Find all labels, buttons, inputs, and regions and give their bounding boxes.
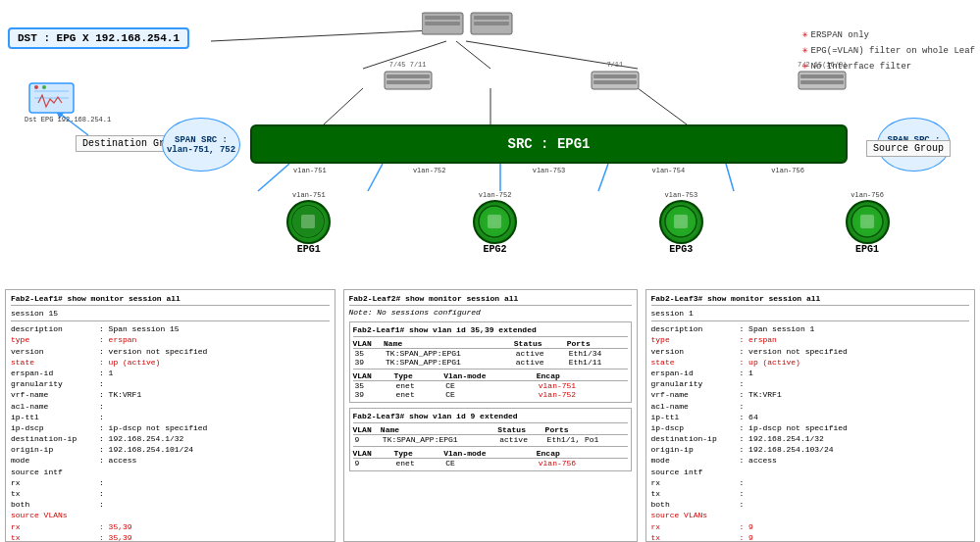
sub-panel2-type-rows: 9enetCEvlan-756 — [353, 459, 628, 468]
svg-point-17 — [34, 85, 38, 89]
epg2-svg — [478, 205, 512, 239]
right-panel-row: vrf-name: TK:VRF1 — [651, 389, 970, 400]
right-row-val: : version not specified — [740, 346, 848, 357]
spine-switches — [422, 8, 520, 42]
right-row-val: : — [740, 378, 745, 389]
sub-panel1-type-table: VLAN Type Vlan-mode Encap 35enetCEvlan-7… — [353, 371, 628, 399]
left-panel-row: tx: 35,39 — [11, 532, 330, 542]
sp2t-mode: CE — [443, 459, 537, 468]
left-row-key: version — [11, 346, 99, 357]
right-row-key: description — [651, 323, 740, 334]
left-panel-row: source intf — [11, 467, 330, 477]
left-panel-row: granularity: — [11, 378, 330, 389]
legend-text-1: ERSPAN only — [811, 28, 869, 42]
sp2t-encap: vlan-756 — [537, 459, 628, 468]
sp1-status: active — [514, 358, 567, 367]
svg-rect-26 — [387, 74, 430, 78]
left-row-val: : 192.168.254.1/32 — [99, 433, 183, 444]
leaf1-port1-label: 7/45 7/11 — [389, 61, 427, 69]
svg-line-0 — [211, 29, 451, 41]
legend-item-3: ✳ No Interface filter — [802, 59, 975, 74]
svg-rect-29 — [593, 74, 637, 78]
epg3-svg — [664, 205, 698, 239]
left-row-key: vrf-name — [11, 389, 99, 400]
epg2-label: EPG2 — [484, 244, 507, 255]
sp2-th-ports: Ports — [545, 425, 628, 435]
left-row-val: : version not specified — [99, 346, 207, 357]
epg1-icon — [286, 200, 331, 244]
right-panel-row: type: erspan — [651, 334, 970, 345]
sp2-type-divider — [353, 446, 628, 447]
dst-epg-box: DST : EPG X 192.168.254.1 — [8, 27, 189, 49]
left-session-key: session 15 — [11, 308, 99, 319]
svg-rect-33 — [800, 80, 844, 84]
epg-node-1: vlan-751 EPG1 — [286, 191, 331, 255]
right-session-key: session 1 — [651, 308, 740, 319]
left-panel-row: source VLANs — [11, 510, 330, 520]
right-row-val: : up (active) — [740, 357, 800, 368]
right-row-key: granularity — [651, 378, 740, 389]
right-panel-divider2 — [651, 320, 970, 321]
right-row-val: : 192.168.254.103/24 — [740, 444, 834, 455]
right-panel-row: rx: — [651, 477, 970, 488]
svg-rect-23 — [474, 16, 509, 20]
sp1-vlan: 35 — [353, 349, 385, 359]
sp2-status: active — [497, 435, 544, 445]
source-group-text: Source Group — [873, 143, 944, 154]
left-row-key: origin-ip — [11, 444, 99, 455]
left-panel-row: description: Span session 15 — [11, 323, 330, 334]
sp1t-encap: vlan-751 — [537, 381, 628, 391]
sub-panel1-title: Fab2-Leaf1# show vlan id 35,39 extended — [353, 325, 628, 334]
left-panel-row: version: version not specified — [11, 346, 330, 357]
right-row-val: : 9 — [740, 521, 753, 532]
sp2t-th-encap: Encap — [537, 449, 628, 459]
sub-panel2-title: Fab2-Leaf3# show vlan id 9 extended — [353, 412, 628, 420]
right-row-val: : ip-dscp not specified — [740, 422, 848, 433]
vlan-bar-labels: vlan-751 vlan-752 vlan-753 vlan-754 vlan… — [250, 167, 848, 174]
sp2-type-row: 9enetCEvlan-756 — [353, 459, 628, 468]
right-panel-row: acl-name: — [651, 401, 970, 412]
left-row-val: : — [99, 488, 104, 499]
svg-line-6 — [638, 88, 687, 124]
right-row-val: : — [740, 401, 745, 412]
left-row-key: tx — [11, 488, 99, 499]
svg-rect-38 — [488, 215, 501, 228]
right-row-key: both — [651, 499, 740, 510]
right-row-key: origin-ip — [651, 444, 740, 455]
right-session-line: session 1 — [651, 308, 970, 319]
left-row-key: both — [11, 499, 99, 510]
sp2-ports: Eth1/1, Po1 — [545, 435, 628, 445]
sp2t-th-mode: Vlan-mode — [443, 449, 537, 459]
right-row-val: : — [740, 477, 745, 488]
epg4-vlan-label: vlan-756 — [851, 191, 884, 199]
left-row-val: : — [99, 412, 104, 422]
left-panel-row: ip-dscp: ip-dscp not specified — [11, 422, 330, 433]
epg3-icon — [659, 200, 703, 244]
right-row-key: ip-dscp — [651, 422, 740, 433]
left-row-key: ip-dscp — [11, 422, 99, 433]
right-panel-row: version: version not specified — [651, 346, 970, 357]
left-row-val: : 35,39 — [99, 521, 132, 532]
left-row-key: state — [11, 357, 99, 368]
epg-node-2: vlan-752 EPG2 — [473, 191, 517, 255]
right-row-val: : 1 — [740, 368, 753, 378]
sub-panel2-type-table: VLAN Type Vlan-mode Encap 9enetCEvlan-75… — [353, 449, 628, 468]
right-row-key: state — [651, 357, 740, 368]
sp2t-th-vlan: VLAN — [353, 449, 394, 459]
left-row-key: source VLANs — [11, 510, 99, 520]
epg-node-4: vlan-756 EPG1 — [846, 191, 890, 255]
svg-rect-36 — [301, 215, 315, 228]
sub-panel2-status-table: VLAN Name Status Ports 9TK:SPAN_APP:EPG1… — [353, 425, 628, 444]
left-row-key: type — [11, 334, 99, 345]
sub-panel1-status-table: VLAN Name Status Ports 35TK:SPAN_APP:EPG… — [353, 339, 628, 367]
sp1t-th-vlan: VLAN — [353, 371, 394, 381]
left-row-val: : erspan — [99, 334, 136, 345]
sp2t-vlan: 9 — [353, 459, 394, 468]
left-session-line: session 15 — [11, 308, 330, 319]
vlan-756-label-bar: vlan-756 — [771, 167, 804, 174]
right-panel-row: description: Span session 1 — [651, 323, 970, 334]
right-row-key: mode — [651, 455, 740, 466]
sub-panel1-divider — [353, 336, 628, 337]
left-row-key: erspan-id — [11, 368, 99, 378]
spine-svg — [422, 8, 520, 42]
